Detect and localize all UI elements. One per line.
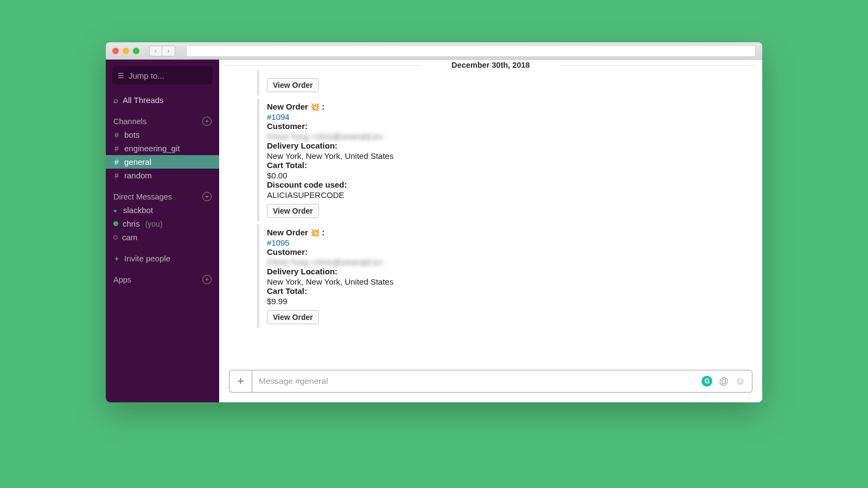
you-badge: (you) [145,220,163,228]
order-title: New Order 💥 : [267,102,751,111]
jump-to-label: Jump to... [129,71,164,80]
view-order-button[interactable]: View Order [267,204,319,218]
nav-buttons: ‹ › [149,46,175,56]
order-number-link[interactable]: #1094 [267,112,751,121]
dm-name: chris [123,219,140,228]
invite-people-link[interactable]: + Invite people [106,252,219,265]
channel-engineering-git[interactable]: # engineering_git [106,142,219,155]
delivery-value: New York, New York, United States [267,277,751,286]
app-window: ‹ › ☰ Jump to... ⌕ All Threads Channels … [106,42,762,402]
order-message: New Order 💥 : #1095 Customer: Christ Tun… [257,224,751,328]
jump-to-search[interactable]: ☰ Jump to... [112,66,213,85]
zoom-window-button[interactable] [133,48,139,54]
channel-name: engineering_git [124,144,180,153]
dms-label: Direct Messages [113,192,172,201]
nav-forward-button[interactable]: › [162,46,175,56]
channel-name: bots [124,130,139,139]
offline-presence-icon [113,235,118,240]
order-message: View Order [257,70,751,95]
channels-label: Channels [113,117,146,126]
add-dm-button[interactable]: + [202,192,212,201]
composer-row: + G @ ☺ [219,365,762,402]
view-order-button[interactable]: View Order [267,78,319,92]
window-titlebar: ‹ › [106,42,762,60]
cart-total-label: Cart Total: [267,160,751,170]
channel-bots[interactable]: # bots [106,128,219,142]
dm-cam[interactable]: cam [106,230,219,244]
message-feed: December 30th, 2018 View Order New Order… [219,60,762,402]
delivery-label: Delivery Location: [267,267,751,276]
channel-name: random [124,171,152,180]
customer-label: Customer: [267,121,751,131]
hash-icon: # [113,171,120,180]
threads-icon: ⌕ [113,95,118,105]
apps-section-head[interactable]: Apps + [106,273,219,286]
attach-button[interactable]: + [229,370,252,393]
hash-icon: # [113,131,120,139]
channel-name: general [124,157,151,166]
add-channel-button[interactable]: + [202,117,212,126]
dm-name: slackbot [123,206,153,215]
cart-total-value: $9.99 [267,297,751,306]
customer-label: Customer: [267,247,751,256]
cart-total-value: $0.00 [267,171,751,180]
all-threads-link[interactable]: ⌕ All Threads [106,92,219,108]
dm-chris[interactable]: chris (you) [106,217,219,230]
view-order-button[interactable]: View Order [267,310,319,324]
hash-icon: # [113,158,120,166]
discount-label: Discount code used: [267,180,751,189]
delivery-value: New York, New York, United States [267,151,751,160]
message-input[interactable] [259,376,695,386]
collision-icon: 💥 [310,228,320,237]
cart-total-label: Cart Total: [267,286,751,296]
dms-section-head[interactable]: Direct Messages + [106,190,219,203]
window-controls [112,48,139,54]
heart-presence-icon: ♥ [113,208,119,213]
channel-random[interactable]: # random [106,169,219,182]
collision-icon: 💥 [310,102,320,111]
discount-value: ALICIASUPERCODE [267,190,751,200]
message-composer: G @ ☺ [252,370,752,393]
threads-label: All Threads [123,95,164,105]
search-list-icon: ☰ [118,72,124,80]
address-bar[interactable] [186,45,756,57]
close-window-button[interactable] [112,48,119,54]
nav-back-button[interactable]: ‹ [149,46,162,56]
mention-icon[interactable]: @ [719,376,729,387]
online-presence-icon [113,221,118,226]
order-number-link[interactable]: #1095 [267,238,751,247]
delivery-label: Delivery Location: [267,141,751,150]
add-app-button[interactable]: + [202,275,212,284]
customer-value: Christ Tung <chris@omerald.io> [267,258,751,267]
channels-section-head[interactable]: Channels + [106,114,219,128]
order-message: New Order 💥 : #1094 Customer: Christ Tun… [257,99,751,221]
emoji-icon[interactable]: ☺ [736,376,745,387]
apps-label: Apps [113,275,131,284]
order-title: New Order 💥 : [267,228,751,237]
date-label: December 30th, 2018 [451,61,529,69]
dm-slackbot[interactable]: ♥ slackbot [106,203,219,217]
sidebar: ☰ Jump to... ⌕ All Threads Channels + # … [106,60,219,402]
date-separator: December 30th, 2018 [219,61,762,69]
grammarly-icon[interactable]: G [701,376,712,387]
customer-value: Christ Tung <chris@omerald.io> [267,132,751,141]
dm-name: cam [122,233,137,242]
minimize-window-button[interactable] [123,48,129,54]
invite-label: Invite people [124,254,170,263]
plus-icon: + [113,254,120,263]
channel-general[interactable]: # general [106,155,219,169]
hash-icon: # [113,144,120,153]
